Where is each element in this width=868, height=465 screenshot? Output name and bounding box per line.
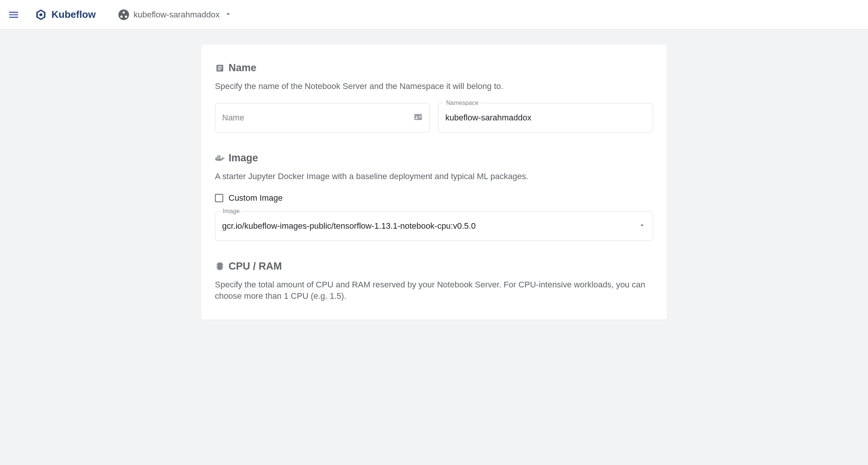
namespace-selector[interactable]: kubeflow-sarahmaddox [118,9,232,20]
kubeflow-logo-icon [35,9,47,21]
namespace-input-field[interactable]: Namespace kubeflow-sarahmaddox [438,103,653,133]
custom-image-checkbox[interactable] [215,194,223,202]
docker-icon [215,153,225,163]
name-description: Specify the name of the Notebook Server … [215,81,653,92]
name-section-header: Name [215,62,653,74]
name-form-row: Name Namespace kubeflow-sarahmaddox [215,103,653,133]
hamburger-icon [8,9,20,21]
select-arrow-icon [638,222,646,231]
cpu-description: Specify the total amount of CPU and RAM … [215,279,653,303]
form-card: Name Specify the name of the Notebook Se… [201,45,667,320]
namespace-text: kubeflow-sarahmaddox [134,10,219,20]
svg-rect-3 [218,156,219,157]
svg-rect-1 [218,157,219,159]
image-section: Image A starter Jupyter Docker Image wit… [215,152,653,241]
cpu-title: CPU / RAM [229,261,282,272]
image-select-field[interactable]: Image gcr.io/kubeflow-images-public/tens… [215,211,653,241]
name-title: Name [229,62,257,74]
content-area: Name Specify the name of the Notebook Se… [0,30,868,335]
image-description: A starter Jupyter Docker Image with a ba… [215,171,653,183]
menu-button[interactable] [8,9,20,21]
image-select-value: gcr.io/kubeflow-images-public/tensorflow… [222,221,638,231]
svg-rect-4 [219,156,221,157]
name-section: Name Specify the name of the Notebook Se… [215,62,653,133]
cpu-section-header: CPU / RAM [215,261,653,272]
svg-rect-2 [219,157,221,159]
name-input-field[interactable]: Name [215,103,430,133]
cpu-icon [215,261,225,271]
image-title: Image [229,152,258,164]
image-float-label: Image [221,208,242,215]
svg-rect-0 [216,157,217,159]
dropdown-arrow-icon [224,10,232,20]
brand: Kubeflow [35,9,96,21]
id-card-icon [414,112,423,123]
app-header: Kubeflow kubeflow-sarahmaddox [0,0,868,30]
custom-image-label: Custom Image [229,193,283,203]
brand-text: Kubeflow [51,9,96,20]
image-section-header: Image [215,152,653,164]
custom-image-checkbox-row: Custom Image [215,193,653,203]
name-placeholder: Name [222,113,414,123]
book-icon [215,63,225,73]
cpu-section: CPU / RAM Specify the total amount of CP… [215,261,653,303]
namespace-value: kubeflow-sarahmaddox [445,113,646,123]
namespace-icon [118,9,129,20]
namespace-float-label: Namespace [444,100,481,106]
